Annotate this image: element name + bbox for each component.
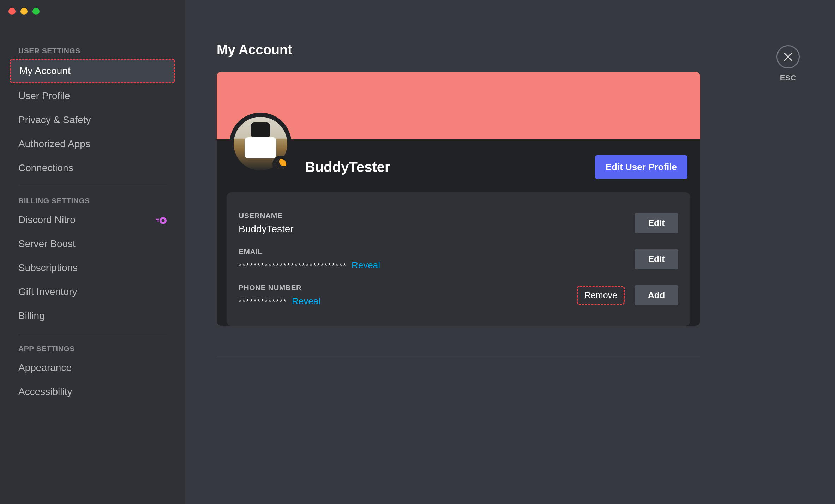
idle-status-icon <box>274 157 288 171</box>
email-masked: ***************************** <box>239 261 347 270</box>
sidebar-item-label: Billing <box>18 310 45 322</box>
field-value-phone: ************* Reveal <box>239 295 577 307</box>
field-row-phone: PHONE NUMBER ************* Reveal Remove… <box>239 277 678 313</box>
sidebar-item-label: My Account <box>19 65 71 77</box>
window-close-light[interactable] <box>8 8 16 15</box>
field-label-username: USERNAME <box>239 211 635 220</box>
reveal-phone-link[interactable]: Reveal <box>292 296 320 306</box>
section-header-user-settings: USER SETTINGS <box>10 42 175 59</box>
sidebar-item-user-profile[interactable]: User Profile <box>10 85 175 107</box>
page-title: My Account <box>217 42 807 58</box>
window-zoom-light[interactable] <box>32 8 40 15</box>
remove-phone-button[interactable]: Remove <box>577 286 625 305</box>
sidebar-item-label: Appearance <box>18 362 72 373</box>
edit-username-button[interactable]: Edit <box>635 213 678 233</box>
sidebar-item-label: Gift Inventory <box>18 286 77 298</box>
settings-sidebar: USER SETTINGS My Account User Profile Pr… <box>0 0 185 504</box>
sidebar-item-connections[interactable]: Connections <box>10 157 175 179</box>
phone-masked: ************* <box>239 297 287 306</box>
sidebar-item-billing[interactable]: Billing <box>10 305 175 327</box>
sidebar-item-accessibility[interactable]: Accessibility <box>10 380 175 403</box>
add-phone-button[interactable]: Add <box>635 285 678 305</box>
close-container: ESC <box>776 45 800 83</box>
display-name: BuddyTester <box>305 146 595 175</box>
account-card: BuddyTester Edit User Profile USERNAME B… <box>217 72 700 326</box>
content-divider <box>217 358 700 358</box>
field-value-email: ***************************** Reveal <box>239 259 635 271</box>
sidebar-item-server-boost[interactable]: Server Boost <box>10 233 175 255</box>
sidebar-item-label: Privacy & Safety <box>18 114 91 126</box>
sidebar-item-label: Accessibility <box>18 386 72 397</box>
settings-main: ESC My Account BuddyTester Edit User Pro… <box>185 0 835 504</box>
avatar-container[interactable] <box>229 113 292 175</box>
sidebar-item-label: Subscriptions <box>18 262 78 274</box>
close-button[interactable] <box>776 45 800 68</box>
sidebar-item-label: Authorized Apps <box>18 138 90 150</box>
edit-email-button[interactable]: Edit <box>635 249 678 269</box>
profile-banner <box>217 72 700 139</box>
sidebar-item-appearance[interactable]: Appearance <box>10 356 175 379</box>
sidebar-item-discord-nitro[interactable]: Discord Nitro <box>10 209 175 231</box>
account-fields-card: USERNAME BuddyTester Edit EMAIL ********… <box>227 192 690 326</box>
field-label-phone: PHONE NUMBER <box>239 283 577 292</box>
section-header-billing-settings: BILLING SETTINGS <box>10 192 175 209</box>
edit-user-profile-button[interactable]: Edit User Profile <box>595 155 687 179</box>
sidebar-item-label: User Profile <box>18 90 70 102</box>
sidebar-item-privacy-safety[interactable]: Privacy & Safety <box>10 109 175 131</box>
svg-point-3 <box>162 219 165 222</box>
esc-label: ESC <box>776 73 800 83</box>
field-row-email: EMAIL ***************************** Reve… <box>239 241 678 277</box>
window-minimize-light[interactable] <box>20 8 28 15</box>
reveal-email-link[interactable]: Reveal <box>352 260 380 270</box>
close-icon <box>783 52 793 62</box>
field-value-username: BuddyTester <box>239 223 635 235</box>
sidebar-item-label: Connections <box>18 162 73 174</box>
sidebar-item-label: Server Boost <box>18 238 76 250</box>
sidebar-item-label: Discord Nitro <box>18 214 76 226</box>
field-row-username: USERNAME BuddyTester Edit <box>239 205 678 241</box>
section-header-app-settings: APP SETTINGS <box>10 340 175 356</box>
window-traffic-lights <box>8 8 40 15</box>
sidebar-item-subscriptions[interactable]: Subscriptions <box>10 257 175 279</box>
sidebar-item-authorized-apps[interactable]: Authorized Apps <box>10 133 175 155</box>
status-badge <box>272 156 289 173</box>
sidebar-divider <box>18 334 167 334</box>
field-label-email: EMAIL <box>239 247 635 256</box>
nitro-icon <box>155 216 167 224</box>
sidebar-item-gift-inventory[interactable]: Gift Inventory <box>10 281 175 303</box>
sidebar-item-my-account[interactable]: My Account <box>10 59 175 83</box>
sidebar-divider <box>18 186 167 186</box>
profile-row: BuddyTester Edit User Profile <box>217 139 700 192</box>
